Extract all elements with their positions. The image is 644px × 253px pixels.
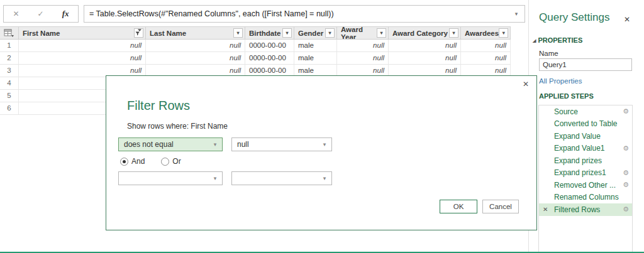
table-menu-button[interactable] xyxy=(0,27,19,39)
formula-text[interactable]: = Table.SelectRows(#"Renamed Columns", e… xyxy=(84,9,508,18)
column-label: Awardees xyxy=(465,30,499,37)
column-label: Last Name xyxy=(150,30,186,37)
column-header-first-name[interactable]: First Name xyxy=(19,27,146,39)
chevron-down-icon: ▾ xyxy=(318,175,331,181)
column-header-award-category[interactable]: Award Category ▾ xyxy=(389,27,461,39)
table-cell[interactable]: null xyxy=(146,40,245,51)
step-renamed-columns[interactable]: Renamed Columns xyxy=(539,191,632,204)
column-header-gender[interactable]: Gender ▾ xyxy=(294,27,337,39)
properties-section-header[interactable]: ◢PROPERTIES xyxy=(533,36,582,44)
fx-icon[interactable]: fx xyxy=(62,9,69,19)
ok-button[interactable]: OK xyxy=(440,200,477,213)
or-radio[interactable]: Or xyxy=(161,157,180,166)
formula-toolbar: ✕ ✓ fx xyxy=(3,5,79,23)
table-cell[interactable]: male xyxy=(294,40,337,51)
cancel-icon[interactable]: ✕ xyxy=(13,9,19,18)
collapse-triangle-icon: ◢ xyxy=(533,38,536,43)
table-cell[interactable]: null xyxy=(389,40,461,51)
table-cell[interactable]: null xyxy=(19,52,146,64)
chevron-down-icon: ▾ xyxy=(208,175,222,181)
delete-step-icon[interactable]: ✕ xyxy=(543,206,548,213)
formula-expand-chevron-icon[interactable]: ▾ xyxy=(508,11,525,17)
table-cell[interactable]: null xyxy=(337,40,389,51)
column-dropdown-button[interactable]: ▾ xyxy=(449,28,458,38)
gear-icon[interactable]: ⚙ xyxy=(623,144,629,153)
row-number[interactable]: 5 xyxy=(0,90,19,102)
and-or-radio-group: And Or xyxy=(120,157,181,166)
column-dropdown-button[interactable]: ▾ xyxy=(325,28,335,38)
step-label: Expand Value1 xyxy=(554,144,605,153)
filter-rows-dialog: ✕ Filter Rows Show rows where: First Nam… xyxy=(106,75,537,230)
table-cell[interactable]: null xyxy=(461,52,511,64)
row-number[interactable]: 3 xyxy=(0,65,19,77)
step-expand-value1[interactable]: Expand Value1 ⚙ xyxy=(539,143,632,155)
value-dropdown-2[interactable]: ▾ xyxy=(231,171,332,185)
power-query-editor: ✕ ✓ fx = Table.SelectRows(#"Renamed Colu… xyxy=(0,0,644,253)
dialog-subtitle: Show rows where: First Name xyxy=(127,122,228,131)
gear-icon[interactable]: ⚙ xyxy=(623,169,629,177)
step-label: Source xyxy=(554,107,578,116)
column-header-birthdate[interactable]: Birthdate ▾ xyxy=(245,27,294,39)
step-expand-prizes1[interactable]: Expand prizes1 ⚙ xyxy=(539,167,632,180)
row-number[interactable]: 4 xyxy=(0,77,19,89)
value-dropdown-1[interactable]: null ▾ xyxy=(231,137,332,151)
chevron-down-icon: ▾ xyxy=(208,141,222,148)
column-label: Gender xyxy=(298,30,323,37)
dialog-close-icon[interactable]: ✕ xyxy=(523,80,529,89)
table-cell[interactable]: null xyxy=(146,52,245,64)
operator-dropdown-2[interactable]: ▾ xyxy=(118,171,223,185)
chevron-down-icon: ▾ xyxy=(318,141,331,148)
step-removed-other-columns[interactable]: Removed Other ... ⚙ xyxy=(539,179,632,191)
all-properties-link[interactable]: All Properties xyxy=(539,77,582,85)
table-cell[interactable]: null xyxy=(461,40,511,51)
column-header-last-name[interactable]: Last Name ▾ xyxy=(146,27,245,39)
table-cell[interactable]: null xyxy=(337,52,389,64)
column-label: Award Category xyxy=(392,30,448,37)
step-expand-prizes[interactable]: Expand prizes xyxy=(539,154,632,167)
or-radio-label: Or xyxy=(172,157,180,166)
table-cell[interactable]: null xyxy=(389,52,461,64)
table-cell[interactable]: male xyxy=(294,52,337,64)
radio-unselected-icon[interactable] xyxy=(161,158,169,166)
name-label: Name xyxy=(539,50,558,57)
table-cell[interactable]: null xyxy=(19,40,146,51)
column-dropdown-button[interactable]: ▾ xyxy=(377,28,386,38)
and-radio[interactable]: And xyxy=(120,157,145,166)
column-dropdown-button[interactable]: ▾ xyxy=(233,28,243,38)
column-label: Award Year xyxy=(341,27,377,39)
grid-header-row: First Name Last Name ▾ Birthdate ▾ Gende… xyxy=(0,26,511,40)
step-converted-to-table[interactable]: Converted to Table xyxy=(539,118,632,131)
panel-title: Query Settings xyxy=(539,11,609,24)
step-expand-value[interactable]: Expand Value xyxy=(539,130,632,143)
step-filtered-rows[interactable]: ✕ Filtered Rows ⚙ xyxy=(539,203,632,216)
column-header-awardees[interactable]: Awardees ▾ xyxy=(461,27,511,39)
step-label: Converted to Table xyxy=(554,119,618,128)
table-icon xyxy=(4,29,14,38)
filter-applied-button[interactable] xyxy=(134,28,143,38)
dialog-title: Filter Rows xyxy=(127,99,190,113)
step-source[interactable]: Source ⚙ xyxy=(539,105,632,118)
filter-funnel-icon xyxy=(135,29,142,36)
panel-close-icon[interactable]: ✕ xyxy=(624,15,630,24)
properties-header-label: PROPERTIES xyxy=(538,36,582,44)
applied-steps-list: Source ⚙ Converted to Table Expand Value… xyxy=(538,105,633,253)
table-cell[interactable]: 0000-00-00 xyxy=(245,40,294,51)
row-number[interactable]: 6 xyxy=(0,102,19,114)
column-dropdown-button[interactable]: ▾ xyxy=(282,28,292,38)
step-label: Expand prizes xyxy=(554,156,602,165)
radio-selected-icon[interactable] xyxy=(120,158,128,166)
gear-icon[interactable]: ⚙ xyxy=(623,181,629,189)
column-dropdown-button[interactable]: ▾ xyxy=(499,28,508,38)
cancel-button[interactable]: Cancel xyxy=(482,200,519,213)
table-cell[interactable]: 0000-00-00 xyxy=(245,52,294,64)
operator-value: does not equal xyxy=(119,140,208,149)
column-header-award-year[interactable]: Award Year ▾ xyxy=(337,27,389,39)
row-number[interactable]: 1 xyxy=(0,40,19,51)
query-name-input[interactable] xyxy=(539,58,632,71)
gear-icon[interactable]: ⚙ xyxy=(623,205,629,213)
row-number[interactable]: 2 xyxy=(0,52,19,64)
gear-icon[interactable]: ⚙ xyxy=(623,107,629,116)
formula-bar[interactable]: = Table.SelectRows(#"Renamed Columns", e… xyxy=(84,5,525,23)
commit-check-icon[interactable]: ✓ xyxy=(38,9,44,18)
operator-dropdown-1[interactable]: does not equal ▾ xyxy=(118,137,223,151)
